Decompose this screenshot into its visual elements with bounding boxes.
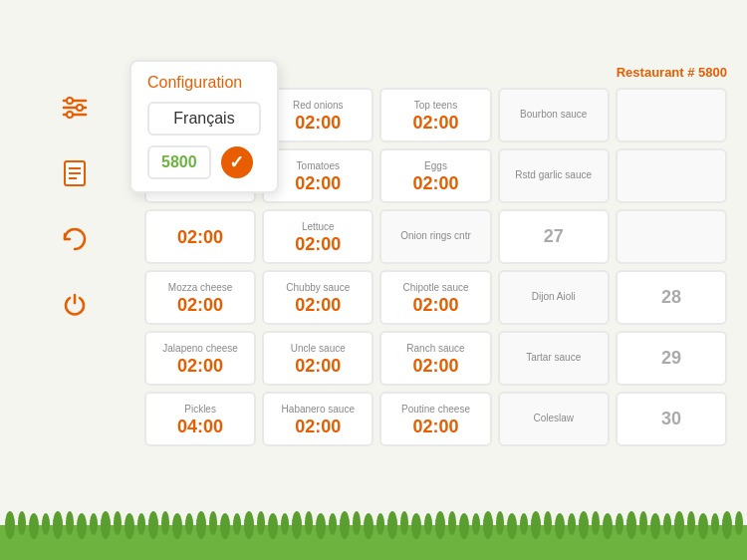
grid-cell[interactable]: Rstd garlic sauce (498, 148, 610, 203)
svg-point-25 (172, 513, 182, 539)
grid-cell[interactable]: Onion rings cntr (379, 209, 491, 264)
grid-cell[interactable]: Pickles04:00 (144, 392, 256, 446)
svg-point-37 (316, 513, 326, 539)
grass-decoration (0, 505, 747, 560)
grid-cell[interactable]: Eggs02:00 (379, 148, 491, 203)
grid-cell[interactable]: Tartar sauce (498, 331, 610, 386)
grid-cell[interactable]: Red onions02:00 (262, 88, 374, 142)
refresh-icon[interactable] (57, 221, 93, 257)
grid-cell[interactable]: Uncle sauce02:00 (262, 331, 374, 386)
svg-point-32 (257, 511, 265, 535)
item-cell-time: 02:00 (412, 296, 458, 314)
grid-cell[interactable]: Mozza cheese02:00 (144, 270, 256, 325)
grid-cell[interactable]: Lettuce02:00 (262, 209, 374, 264)
config-id-row: 5800 (147, 145, 261, 179)
svg-point-51 (483, 511, 493, 539)
svg-point-53 (507, 513, 517, 539)
grid-cell[interactable] (616, 88, 727, 142)
svg-point-33 (268, 513, 278, 539)
svg-point-59 (579, 511, 589, 539)
svg-point-29 (220, 513, 230, 539)
item-cell-name: Dijon Aioli (532, 291, 576, 303)
svg-point-23 (148, 511, 158, 539)
power-icon[interactable] (57, 287, 93, 323)
item-cell-time: 02:00 (177, 357, 223, 375)
grid-cell[interactable]: Ranch sauce02:00 (379, 331, 491, 386)
item-cell-name: Onion rings cntr (400, 230, 471, 242)
grid-cell[interactable] (616, 209, 727, 264)
svg-point-47 (435, 511, 445, 539)
svg-point-44 (400, 511, 408, 535)
grid-cell[interactable]: Jalapeno cheese02:00 (144, 331, 256, 386)
item-cell-number: 28 (661, 287, 681, 308)
svg-point-42 (376, 513, 384, 535)
svg-point-70 (711, 513, 719, 535)
config-id[interactable]: 5800 (147, 145, 211, 179)
item-cell-time: 02:00 (412, 418, 458, 435)
svg-point-27 (196, 511, 206, 539)
svg-point-12 (18, 511, 26, 535)
item-cell-name: Mozza cheese (168, 282, 232, 294)
svg-point-72 (735, 511, 743, 535)
svg-point-35 (292, 511, 302, 539)
item-cell-name: Eggs (424, 160, 447, 172)
sidebar (0, 80, 149, 323)
item-cell-name: Bourbon sauce (520, 109, 587, 121)
grid-cell[interactable]: 27 (498, 209, 610, 264)
config-title: Configuration (147, 74, 261, 92)
filter-icon[interactable] (57, 90, 93, 126)
grid-cell[interactable]: Tomatoes02:00 (262, 148, 374, 203)
svg-point-22 (137, 513, 145, 535)
grid-cell[interactable]: Habanero sauce02:00 (262, 392, 374, 446)
grid-cell[interactable]: Coleslaw (498, 392, 610, 446)
svg-point-11 (5, 511, 15, 539)
item-cell-time: 02:00 (177, 296, 223, 314)
grid-cell[interactable]: 30 (616, 392, 727, 446)
svg-point-58 (568, 513, 576, 535)
grid-cell[interactable]: Chipotle sauce02:00 (379, 270, 491, 325)
grid-cell[interactable] (616, 148, 727, 203)
svg-point-62 (616, 513, 623, 535)
svg-point-63 (626, 511, 636, 539)
svg-point-19 (101, 511, 111, 539)
svg-point-40 (353, 511, 361, 535)
svg-point-15 (53, 511, 63, 539)
svg-point-61 (603, 513, 613, 539)
grid-cell[interactable]: Bourbon sauce (498, 88, 610, 142)
svg-point-31 (244, 511, 254, 539)
item-cell-name: Chipotle sauce (402, 282, 468, 294)
item-cell-name: Ranch sauce (406, 343, 464, 355)
config-confirm-button[interactable] (221, 146, 253, 178)
item-cell-time: 02:00 (295, 357, 341, 375)
item-cell-name: Poutine cheese (401, 404, 470, 416)
item-cell-name: Red onions (293, 100, 344, 112)
item-cell-time: 04:00 (177, 418, 223, 435)
item-cell-time: 02:00 (412, 357, 458, 375)
svg-point-4 (77, 105, 83, 111)
grid-cell[interactable]: 29 (616, 331, 727, 386)
svg-point-5 (67, 112, 73, 118)
svg-point-39 (340, 511, 350, 539)
svg-point-60 (592, 511, 600, 535)
config-language[interactable]: Français (147, 102, 261, 136)
item-cell-name: Coleslaw (533, 413, 574, 424)
svg-point-48 (448, 511, 456, 535)
svg-point-16 (66, 511, 74, 535)
grid-cell[interactable]: 28 (616, 270, 727, 325)
svg-point-67 (674, 511, 684, 539)
svg-point-38 (329, 513, 337, 535)
item-cell-time: 02:00 (177, 228, 223, 246)
grid-cell[interactable]: Top teens02:00 (379, 88, 491, 142)
report-icon[interactable] (57, 155, 93, 191)
item-cell-name: Chubby sauce (286, 282, 350, 294)
config-popup: Configuration Français 5800 (129, 60, 279, 193)
grid-cell[interactable]: Dijon Aioli (498, 270, 610, 325)
svg-point-68 (687, 511, 695, 535)
grid-cell[interactable]: Poutine cheese02:00 (379, 392, 491, 446)
svg-point-18 (90, 513, 98, 535)
item-cell-name: Jalapeno cheese (162, 343, 238, 355)
grid-cell[interactable]: 02:00 (144, 209, 256, 264)
grid-cell[interactable]: Chubby sauce02:00 (262, 270, 374, 325)
item-cell-name: Tomatoes (297, 160, 340, 172)
svg-point-64 (639, 511, 647, 535)
